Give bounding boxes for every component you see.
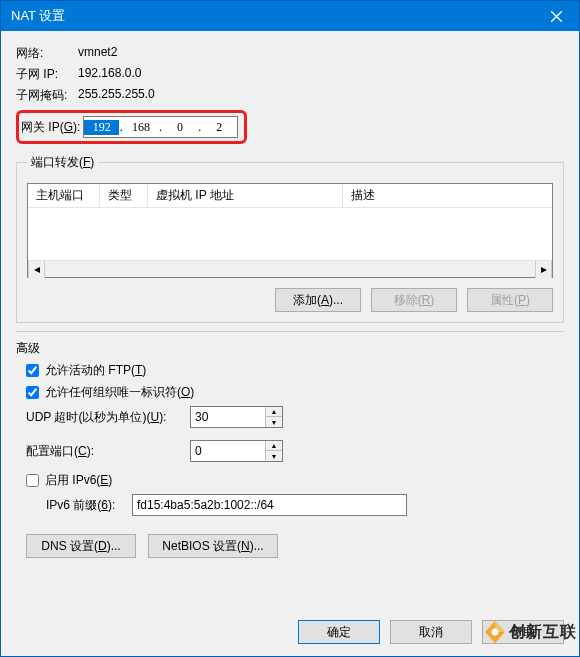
gateway-label: 网关 IP(G): (21, 119, 83, 136)
gateway-octet-1[interactable]: 192 (84, 120, 119, 135)
table-body[interactable] (28, 208, 552, 260)
gateway-ip-input[interactable]: 192. 168. 0. 2 (83, 116, 238, 138)
udp-label: UDP 超时(以秒为单位)(U): (26, 409, 184, 426)
ipv6-prefix-input[interactable] (132, 494, 407, 516)
col-type[interactable]: 类型 (100, 184, 148, 207)
close-icon (551, 11, 562, 22)
col-host-port[interactable]: 主机端口 (28, 184, 100, 207)
ftp-label[interactable]: 允许活动的 FTP(T) (45, 362, 146, 379)
port-forward-legend: 端口转发(F) (27, 154, 98, 171)
config-port-input[interactable] (191, 442, 265, 460)
cfgport-label: 配置端口(C): (26, 443, 184, 460)
advanced-title: 高级 (16, 340, 564, 357)
ok-button[interactable]: 确定 (298, 620, 380, 644)
subnet-ip-label: 子网 IP: (16, 66, 78, 83)
oui-label[interactable]: 允许任何组织唯一标识符(O) (45, 384, 194, 401)
ipv6-prefix-label: IPv6 前缀(6): (46, 497, 126, 514)
remove-button: 移除(R) (371, 288, 457, 312)
port-forward-group: 端口转发(F) 主机端口 类型 虚拟机 IP 地址 描述 ◂ ▸ 添加(A)..… (16, 154, 564, 323)
gateway-octet-3[interactable]: 0 (162, 120, 197, 135)
scroll-left-icon[interactable]: ◂ (28, 261, 45, 278)
subnet-mask-value: 255.255.255.0 (78, 87, 155, 104)
col-vm-ip[interactable]: 虚拟机 IP 地址 (148, 184, 343, 207)
udp-spin-up-icon[interactable]: ▲ (266, 407, 282, 417)
network-label: 网络: (16, 45, 78, 62)
gateway-octet-2[interactable]: 168 (123, 120, 158, 135)
cfgport-spin-up-icon[interactable]: ▲ (266, 441, 282, 451)
col-desc[interactable]: 描述 (343, 184, 552, 207)
network-value: vmnet2 (78, 45, 117, 62)
ftp-checkbox[interactable] (26, 364, 39, 377)
cancel-button[interactable]: 取消 (390, 620, 472, 644)
help-button[interactable]: 帮助 (482, 620, 564, 644)
close-button[interactable] (534, 1, 579, 31)
add-button[interactable]: 添加(A)... (275, 288, 361, 312)
netbios-settings-button[interactable]: NetBIOS 设置(N)... (148, 534, 278, 558)
port-forward-table[interactable]: 主机端口 类型 虚拟机 IP 地址 描述 ◂ ▸ (27, 183, 553, 278)
titlebar[interactable]: NAT 设置 (1, 1, 579, 31)
gateway-highlight: 网关 IP(G): 192. 168. 0. 2 (16, 110, 247, 144)
udp-spin-down-icon[interactable]: ▼ (266, 417, 282, 427)
ipv6-label[interactable]: 启用 IPv6(E) (45, 472, 112, 489)
oui-checkbox[interactable] (26, 386, 39, 399)
gateway-octet-4[interactable]: 2 (202, 120, 237, 135)
divider (16, 331, 564, 332)
window-title: NAT 设置 (11, 7, 65, 25)
dialog-footer: 确定 取消 帮助 (1, 610, 579, 656)
nat-settings-dialog: NAT 设置 网络: vmnet2 子网 IP: 192.168.0.0 子网掩… (0, 0, 580, 657)
properties-button: 属性(P) (467, 288, 553, 312)
subnet-mask-label: 子网掩码: (16, 87, 78, 104)
udp-timeout-input[interactable] (191, 408, 265, 426)
cfgport-spin-down-icon[interactable]: ▼ (266, 451, 282, 461)
hscrollbar[interactable]: ◂ ▸ (28, 260, 552, 277)
scroll-right-icon[interactable]: ▸ (535, 261, 552, 278)
subnet-ip-value: 192.168.0.0 (78, 66, 141, 83)
ipv6-checkbox[interactable] (26, 474, 39, 487)
dns-settings-button[interactable]: DNS 设置(D)... (26, 534, 136, 558)
